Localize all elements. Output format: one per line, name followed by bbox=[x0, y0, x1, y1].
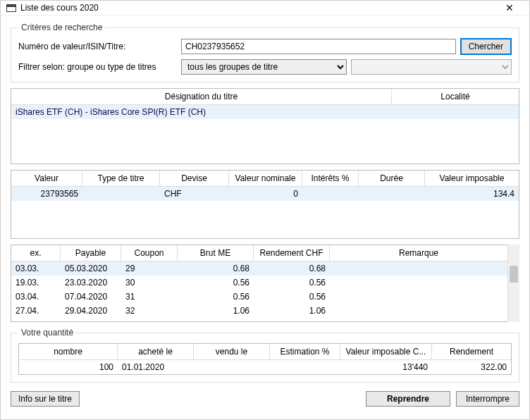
quantity-table: nombre acheté le vendu le Estimation % V… bbox=[18, 343, 512, 375]
type-select[interactable] bbox=[351, 59, 512, 75]
quantity-legend: Votre quantité bbox=[18, 328, 76, 338]
interrompre-button[interactable]: Interrompre bbox=[456, 391, 519, 407]
criteria-fieldset: Critères de recherche Numéro de valeur/I… bbox=[11, 23, 519, 82]
col-vendu[interactable]: vendu le bbox=[194, 344, 270, 359]
table-row[interactable]: 27.04.29.04.2020321.061.06 bbox=[11, 304, 507, 318]
criteria-legend: Critères de recherche bbox=[18, 23, 105, 32]
close-icon[interactable]: ✕ bbox=[495, 2, 524, 13]
table-row[interactable]: 23793565 CHF 0 134.4 bbox=[11, 187, 519, 201]
table-row[interactable]: 03.04.07.04.2020310.560.56 bbox=[11, 290, 507, 304]
col-duree[interactable]: Durée bbox=[359, 171, 425, 186]
table-row[interactable]: 100 01.01.2020 13'440 322.00 bbox=[19, 360, 511, 374]
value-table: Valeur Type de titre Devise Valeur nomin… bbox=[11, 170, 519, 239]
col-nominal[interactable]: Valeur nominale bbox=[229, 171, 302, 186]
info-button[interactable]: Info sur le titre bbox=[11, 391, 80, 407]
quantity-fieldset: Votre quantité nombre acheté le vendu le… bbox=[11, 328, 519, 383]
col-interets[interactable]: Intérêts % bbox=[302, 171, 359, 186]
group-select[interactable]: tous les groupes de titre bbox=[181, 59, 347, 75]
reprendre-button[interactable]: Reprendre bbox=[366, 391, 450, 407]
col-coupon[interactable]: Coupon bbox=[121, 245, 178, 261]
table-row[interactable]: iShares ETF (CH) - iShares Core SPI(R) E… bbox=[11, 105, 519, 119]
col-payable[interactable]: Payable bbox=[61, 245, 121, 261]
isin-input[interactable] bbox=[181, 39, 456, 54]
col-achete[interactable]: acheté le bbox=[118, 344, 194, 359]
app-icon bbox=[6, 4, 16, 12]
titlebar: Liste des cours 2020 ✕ bbox=[1, 1, 529, 16]
col-locality[interactable]: Localité bbox=[392, 89, 519, 104]
window-title: Liste des cours 2020 bbox=[20, 3, 495, 13]
coupons-table: ex. Payable Coupon Brut ME Rendement CHF… bbox=[11, 245, 507, 322]
col-qimposable[interactable]: Valeur imposable C... bbox=[340, 344, 432, 359]
coupons-wrap: ex. Payable Coupon Brut ME Rendement CHF… bbox=[11, 245, 519, 322]
col-estimation[interactable]: Estimation % bbox=[270, 344, 340, 359]
col-remarque[interactable]: Remarque bbox=[330, 245, 507, 261]
titles-table: Désignation du titre Localité iShares ET… bbox=[11, 88, 519, 164]
col-qrendement[interactable]: Rendement bbox=[432, 344, 511, 359]
scrollbar-thumb[interactable] bbox=[510, 266, 518, 283]
col-ex[interactable]: ex. bbox=[11, 245, 61, 261]
col-valeur[interactable]: Valeur bbox=[11, 171, 82, 186]
table-row[interactable]: 19.03.23.03.2020300.560.56 bbox=[11, 276, 507, 290]
col-nombre[interactable]: nombre bbox=[19, 344, 118, 359]
col-designation[interactable]: Désignation du titre bbox=[11, 89, 392, 104]
table-row[interactable]: 03.03.05.03.2020290.680.68 bbox=[11, 261, 507, 276]
col-brut[interactable]: Brut ME bbox=[178, 245, 254, 261]
col-devise[interactable]: Devise bbox=[160, 171, 229, 186]
search-button[interactable]: Chercher bbox=[460, 38, 512, 55]
scrollbar[interactable] bbox=[507, 245, 519, 322]
col-imposable[interactable]: Valeur imposable bbox=[425, 171, 519, 186]
filter-label: Filtrer selon: groupe ou type de titres bbox=[18, 62, 177, 72]
col-type[interactable]: Type de titre bbox=[82, 171, 160, 186]
col-rendement[interactable]: Rendement CHF bbox=[254, 245, 330, 261]
isin-label: Numéro de valeur/ISIN/Titre: bbox=[18, 42, 177, 51]
